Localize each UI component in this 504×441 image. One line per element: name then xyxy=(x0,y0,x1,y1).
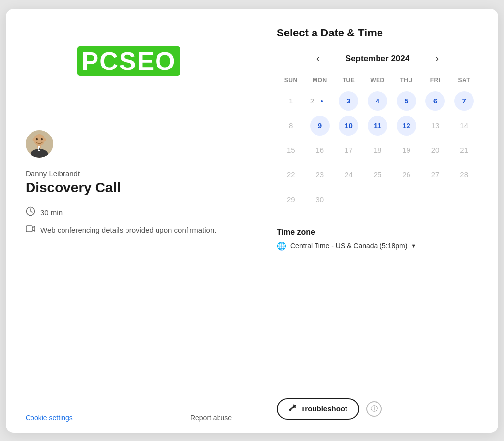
calendar-week-4: 22 23 24 25 26 27 28 xyxy=(277,163,478,187)
cookie-settings-link[interactable]: Cookie settings xyxy=(26,414,73,422)
weekday-thu: THU xyxy=(392,77,421,89)
day-cell: 30 xyxy=(306,187,335,212)
timezone-selector[interactable]: 🌐 Central Time - US & Canada (5:18pm) ▼ xyxy=(277,241,478,251)
right-footer: Troubleshoot ⓘ xyxy=(277,386,478,420)
day-cell[interactable]: 3 xyxy=(334,89,363,113)
timezone-title: Time zone xyxy=(277,228,478,237)
section-title: Select a Date & Time xyxy=(277,27,478,39)
day-cell: 1 xyxy=(277,89,306,113)
svg-point-1 xyxy=(34,134,45,146)
day-cell-empty xyxy=(421,187,450,212)
weekday-sat: SAT xyxy=(449,77,478,89)
day-cell: 23 xyxy=(306,163,335,187)
day-cell: 17 xyxy=(334,138,363,163)
left-footer: Cookie settings Report abuse xyxy=(6,405,252,433)
clock-icon xyxy=(26,206,35,219)
logo-text: PCSEO xyxy=(77,46,180,76)
calendar-week-2: 8 9 10 11 12 13 14 xyxy=(277,113,478,138)
day-cell: 21 xyxy=(449,138,478,163)
day-cell: 18 xyxy=(363,138,392,163)
day-cell: 13 xyxy=(421,113,450,138)
weekday-fri: FRI xyxy=(421,77,450,89)
calendar-grid: SUN MON TUE WED THU FRI SAT 1 2 3 4 5 6 xyxy=(277,77,478,212)
svg-point-6 xyxy=(33,138,35,141)
day-cell[interactable]: 10 xyxy=(334,113,363,138)
calendar-week-1: 1 2 3 4 5 6 7 xyxy=(277,89,478,113)
info-button[interactable]: ⓘ xyxy=(366,401,382,417)
duration-row: 30 min xyxy=(26,206,232,219)
day-cell: 16 xyxy=(306,138,335,163)
day-cell: 28 xyxy=(449,163,478,187)
day-cell-empty xyxy=(449,187,478,212)
day-cell: 15 xyxy=(277,138,306,163)
day-cell: 29 xyxy=(277,187,306,212)
day-cell[interactable]: 6 xyxy=(421,89,450,113)
troubleshoot-button[interactable]: Troubleshoot xyxy=(277,398,359,420)
weekday-mon: MON xyxy=(306,77,335,89)
calendar-weekday-row: SUN MON TUE WED THU FRI SAT xyxy=(277,77,478,89)
info-icon: ⓘ xyxy=(371,405,378,413)
troubleshoot-label: Troubleshoot xyxy=(301,405,347,413)
wrench-icon xyxy=(288,404,297,414)
video-icon xyxy=(26,225,35,235)
svg-rect-11 xyxy=(26,226,32,232)
timezone-value: Central Time - US & Canada (5:18pm) xyxy=(290,242,407,250)
day-cell: 2 xyxy=(306,89,335,113)
weekday-tue: TUE xyxy=(334,77,363,89)
day-cell[interactable]: 5 xyxy=(392,89,421,113)
avatar xyxy=(26,130,53,158)
calendar-header: ‹ September 2024 › xyxy=(277,51,478,66)
day-cell: 27 xyxy=(421,163,450,187)
svg-point-7 xyxy=(44,138,46,141)
day-cell[interactable]: 12 xyxy=(392,113,421,138)
svg-point-9 xyxy=(41,138,43,140)
month-year-label: September 2024 xyxy=(336,54,419,64)
main-container: PCSEO xyxy=(6,9,498,433)
conferencing-row: Web conferencing details provided upon c… xyxy=(26,225,232,235)
globe-icon: 🌐 xyxy=(277,241,286,251)
timezone-dropdown-arrow: ▼ xyxy=(411,243,416,249)
day-cell: 8 xyxy=(277,113,306,138)
next-month-button[interactable]: › xyxy=(431,51,442,66)
day-cell: 22 xyxy=(277,163,306,187)
day-cell-empty xyxy=(363,187,392,212)
day-cell[interactable]: 9 xyxy=(306,113,335,138)
weekday-sun: SUN xyxy=(277,77,306,89)
weekday-wed: WED xyxy=(363,77,392,89)
svg-point-8 xyxy=(36,138,38,140)
day-cell-empty xyxy=(392,187,421,212)
day-cell-empty xyxy=(334,187,363,212)
conferencing-text: Web conferencing details provided upon c… xyxy=(40,226,216,234)
day-cell[interactable]: 11 xyxy=(363,113,392,138)
prev-month-button[interactable]: ‹ xyxy=(313,51,324,66)
calendar-week-3: 15 16 17 18 19 20 21 xyxy=(277,138,478,163)
day-cell: 26 xyxy=(392,163,421,187)
meeting-title: Discovery Call xyxy=(26,180,232,196)
calendar-week-5: 29 30 xyxy=(277,187,478,212)
day-cell: 25 xyxy=(363,163,392,187)
info-section: Danny Leibrandt Discovery Call 30 min xyxy=(6,112,252,405)
left-panel: PCSEO xyxy=(6,9,252,433)
host-name: Danny Leibrandt xyxy=(26,170,232,178)
day-cell: 19 xyxy=(392,138,421,163)
avatar-row xyxy=(26,130,232,158)
right-panel: Select a Date & Time ‹ September 2024 › … xyxy=(252,9,498,433)
day-cell[interactable]: 4 xyxy=(363,89,392,113)
logo-section: PCSEO xyxy=(6,9,252,112)
day-cell: 14 xyxy=(449,113,478,138)
day-cell: 20 xyxy=(421,138,450,163)
duration-text: 30 min xyxy=(40,208,63,217)
day-cell[interactable]: 7 xyxy=(449,89,478,113)
timezone-section: Time zone 🌐 Central Time - US & Canada (… xyxy=(277,228,478,251)
day-cell: 24 xyxy=(334,163,363,187)
report-abuse-link[interactable]: Report abuse xyxy=(190,414,232,422)
pcseo-logo: PCSEO xyxy=(77,46,180,76)
